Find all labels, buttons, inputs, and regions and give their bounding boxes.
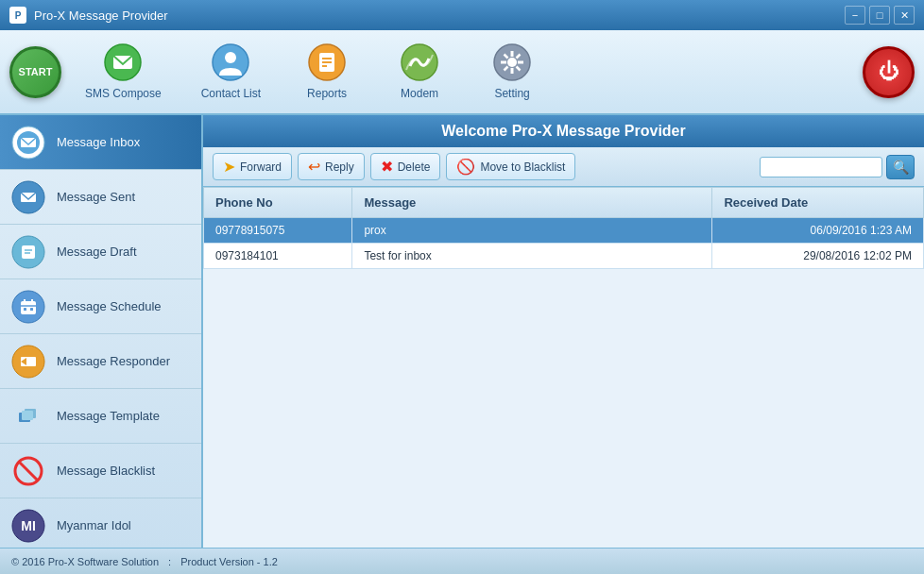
reply-icon: ↩: [308, 158, 320, 176]
sidebar-item-message-template[interactable]: Message Template: [0, 389, 201, 444]
reports-icon: [308, 43, 346, 81]
delete-label: Delete: [398, 160, 431, 174]
svg-line-43: [19, 462, 38, 481]
sidebar-label-myanmar-idol: Myanmar Idol: [57, 518, 131, 532]
power-icon: ⏻: [879, 59, 899, 84]
sidebar-item-message-schedule[interactable]: Message Schedule: [0, 279, 201, 334]
start-button[interactable]: START: [9, 46, 61, 98]
col-date: Received Date: [712, 188, 924, 218]
myanmar-idol-icon: MI: [11, 509, 45, 543]
reply-label: Reply: [325, 160, 354, 174]
sidebar-label-message-draft: Message Draft: [57, 245, 137, 259]
sidebar-label-message-blacklist: Message Blacklist: [57, 464, 155, 478]
table-header-row: Phone No Message Received Date: [204, 188, 924, 218]
blacklist-icon: 🚫: [456, 158, 475, 176]
copyright-text: © 2016 Pro-X Software Solution: [11, 556, 159, 567]
title-bar: P Pro-X Message Provider − □ ✕: [0, 0, 924, 30]
move-blacklist-button[interactable]: 🚫 Move to Blacklist: [446, 153, 575, 180]
main-layout: Message Inbox Message Sent: [0, 115, 924, 548]
sidebar-label-message-sent: Message Sent: [57, 190, 135, 204]
nav-item-modem[interactable]: Modem: [377, 35, 462, 109]
reply-button[interactable]: ↩ Reply: [298, 153, 365, 180]
modem-icon: [401, 43, 438, 81]
nav-label-sms-compose: SMS Compose: [85, 87, 162, 100]
top-nav: START SMS Compose Contact List: [0, 30, 924, 115]
nav-label-contact-list: Contact List: [201, 87, 261, 100]
svg-rect-30: [21, 301, 36, 314]
forward-label: Forward: [240, 160, 282, 174]
svg-rect-35: [30, 308, 33, 311]
sidebar-item-message-responder[interactable]: Message Responder: [0, 334, 201, 389]
message-blacklist-icon: [11, 454, 45, 488]
cell-phone: 09778915075: [204, 218, 352, 244]
svg-point-11: [507, 58, 517, 67]
cell-phone: 0973184101: [204, 244, 352, 269]
cell-date: 29/08/2016 12:02 PM: [712, 244, 924, 269]
sidebar-item-message-inbox[interactable]: Message Inbox: [0, 115, 201, 170]
svg-point-3: [225, 52, 236, 63]
content-title: Welcome Pro-X Message Provider: [441, 123, 685, 139]
table-row[interactable]: 09778915075prox06/09/2016 1:23 AM: [204, 218, 924, 244]
setting-icon: [493, 43, 531, 81]
nav-label-modem: Modem: [401, 87, 438, 100]
nav-item-sms-compose[interactable]: SMS Compose: [69, 35, 178, 109]
message-template-icon: [11, 399, 45, 433]
table-row[interactable]: 0973184101Test for inbox29/08/2016 12:02…: [204, 244, 924, 269]
col-message: Message: [352, 188, 712, 218]
status-separator: :: [168, 556, 171, 567]
sms-compose-icon: [104, 43, 142, 81]
sidebar-item-message-blacklist[interactable]: Message Blacklist: [0, 444, 201, 498]
table-container: Phone No Message Received Date 097789150…: [203, 187, 924, 548]
content-area: Welcome Pro-X Message Provider ➤ Forward…: [203, 115, 924, 548]
app-icon: P: [9, 7, 26, 24]
start-label: START: [19, 66, 53, 77]
forward-icon: ➤: [223, 158, 235, 176]
svg-text:MI: MI: [21, 518, 36, 533]
inbox-table: Phone No Message Received Date 097789150…: [203, 187, 924, 269]
sidebar-item-message-sent[interactable]: Message Sent: [0, 170, 201, 225]
search-button[interactable]: 🔍: [886, 155, 915, 179]
message-schedule-icon: [11, 290, 45, 324]
nav-item-setting[interactable]: Setting: [470, 35, 555, 109]
svg-rect-34: [24, 308, 26, 311]
sidebar-item-myanmar-idol[interactable]: MI Myanmar Idol: [0, 498, 201, 548]
maximize-button[interactable]: □: [869, 6, 890, 25]
message-responder-icon: [11, 345, 45, 379]
cell-message: prox: [352, 218, 712, 244]
forward-button[interactable]: ➤ Forward: [213, 153, 292, 180]
svg-rect-26: [22, 245, 35, 259]
message-sent-icon: [11, 180, 45, 214]
search-icon: 🔍: [893, 160, 909, 175]
sidebar-item-message-draft[interactable]: Message Draft: [0, 225, 201, 279]
power-button[interactable]: ⏻: [863, 46, 915, 98]
sidebar: Message Inbox Message Sent: [0, 115, 203, 548]
status-bar: © 2016 Pro-X Software Solution : Product…: [0, 548, 924, 574]
nav-label-reports: Reports: [307, 87, 347, 100]
search-input[interactable]: [760, 157, 882, 177]
minimize-button[interactable]: −: [845, 6, 865, 25]
window-title: Pro-X Message Provider: [34, 8, 168, 23]
cell-message: Test for inbox: [352, 244, 712, 269]
close-button[interactable]: ✕: [894, 6, 915, 25]
nav-item-reports[interactable]: Reports: [284, 35, 369, 109]
sidebar-label-message-inbox: Message Inbox: [57, 135, 140, 149]
content-header: Welcome Pro-X Message Provider: [203, 115, 924, 147]
nav-label-setting: Setting: [494, 87, 529, 100]
message-draft-icon: [11, 235, 45, 269]
nav-item-contact-list[interactable]: Contact List: [185, 35, 277, 109]
sidebar-label-message-template: Message Template: [57, 409, 160, 423]
toolbar: ➤ Forward ↩ Reply ✖ Delete 🚫 Move to Bla…: [203, 147, 924, 187]
cell-date: 06/09/2016 1:23 AM: [712, 218, 924, 244]
svg-rect-41: [22, 411, 33, 420]
delete-button[interactable]: ✖ Delete: [370, 153, 441, 180]
col-phone: Phone No: [204, 188, 352, 218]
delete-icon: ✖: [381, 158, 393, 176]
message-inbox-icon: [11, 126, 45, 160]
version-text: Product Version - 1.2: [180, 556, 278, 567]
search-container: 🔍: [760, 155, 915, 179]
sidebar-label-message-responder: Message Responder: [57, 354, 170, 368]
move-blacklist-label: Move to Blacklist: [480, 160, 565, 174]
sidebar-label-message-schedule: Message Schedule: [57, 299, 162, 313]
contact-list-icon: [212, 43, 249, 81]
